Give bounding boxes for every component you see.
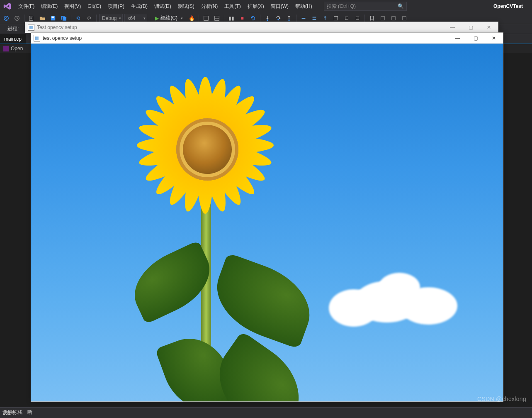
menu-help[interactable]: 帮助(H) [292,1,316,12]
svg-rect-3 [52,16,54,18]
leaf [205,253,321,349]
minimize-button[interactable]: — [448,33,466,44]
close-button[interactable]: ✕ [485,33,503,44]
separator [150,15,150,22]
image-canvas [31,44,503,401]
image-window-front[interactable]: test opencv setup — ▢ ✕ [31,32,503,402]
image-window-back-title: Test opencv setup [37,24,77,30]
image-window-front-titlebar[interactable]: test opencv setup — ▢ ✕ [31,33,503,44]
menu-git[interactable]: Git(G) [84,2,104,11]
nav-forward-button[interactable] [12,14,22,23]
play-icon: ▶ [155,15,159,21]
separator [260,15,260,22]
watermark: CSDN @chexlong [477,396,526,402]
sunflower-head [139,81,272,214]
svg-rect-11 [381,16,385,20]
svg-point-1 [15,16,19,20]
search-input[interactable]: 搜索 (Ctrl+Q) 🔍 [324,2,407,11]
vs-logo [2,0,13,12]
image-window-back-titlebar[interactable]: Test opencv setup — ▢ ✕ [25,22,498,33]
menu-debug[interactable]: 调试(D) [151,1,175,12]
menu-file[interactable]: 文件(F) [15,1,38,12]
menu-build[interactable]: 生成(B) [128,1,151,12]
svg-point-7 [267,19,268,21]
tab-main-cpp[interactable]: main.cp [0,34,26,44]
separator [364,15,365,22]
menu-edit[interactable]: 编辑(E) [38,1,61,12]
cloud-shape [329,269,470,327]
tab-callstack[interactable]: 调用堆栈 [2,409,22,416]
svg-point-9 [288,19,290,21]
close-button[interactable]: ✕ [480,22,498,33]
nav-back-button[interactable] [2,14,11,23]
maximize-button[interactable]: ▢ [462,22,480,33]
project-icon [3,46,9,51]
separator [199,15,199,22]
menu-bar: 文件(F) 编辑(E) 视图(V) Git(G) 项目(P) 生成(B) 调试(… [0,0,532,12]
separator [296,15,296,22]
nav-label: Open [11,46,23,51]
svg-rect-12 [392,16,396,20]
separator [96,15,97,22]
image-window-back[interactable]: Test opencv setup — ▢ ✕ [25,22,498,32]
bottom-tabs: 调用堆栈 断 [0,408,532,417]
solution-name: OpenCVTest [486,2,530,11]
search-icon: 🔍 [398,3,404,9]
menu-tools[interactable]: 工具(T) [221,1,244,12]
minimize-button[interactable]: — [443,22,462,33]
separator [24,15,24,22]
menu-analyze[interactable]: 分析(N) [198,1,221,12]
svg-point-8 [277,19,279,20]
maximize-button[interactable]: ▢ [466,33,485,44]
window-app-icon [28,24,34,31]
continue-label: 继续(C) [160,15,177,22]
menu-project[interactable]: 项目(P) [104,1,128,12]
menu-view[interactable]: 视图(V) [61,1,84,12]
tab-breakpoints[interactable]: 断 [27,409,32,416]
sunflower-center [176,118,238,181]
svg-rect-4 [204,16,209,20]
search-placeholder: 搜索 (Ctrl+Q) [327,3,356,10]
menu-extensions[interactable]: 扩展(X) [244,1,267,12]
menu-window[interactable]: 窗口(W) [267,1,292,12]
separator [224,15,224,22]
window-app-icon [34,35,40,42]
svg-rect-10 [334,16,338,20]
image-window-front-title: test opencv setup [43,35,82,41]
process-label: 进程: [7,25,19,32]
separator [71,15,71,22]
menu-test[interactable]: 测试(S) [175,1,198,12]
svg-rect-13 [403,16,406,20]
svg-point-0 [4,16,9,20]
